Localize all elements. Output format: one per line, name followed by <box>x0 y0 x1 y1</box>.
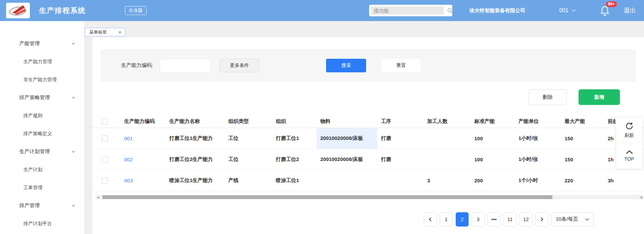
logout-button[interactable]: 退出 <box>624 6 636 15</box>
cell-process <box>377 170 423 191</box>
page-ellipsis-button[interactable]: ••• <box>488 212 500 227</box>
page-size-select[interactable]: 10条/每页 <box>551 212 594 227</box>
capacity-code-link[interactable]: 001 <box>124 136 133 141</box>
chevron-down-icon <box>72 42 75 45</box>
search-icon[interactable] <box>447 8 453 14</box>
sidebar-group-label: 产能管理 <box>19 40 40 47</box>
function-search-box[interactable] <box>369 5 452 16</box>
scrollbar-thumb[interactable] <box>102 195 552 199</box>
row-checkbox[interactable] <box>102 178 108 184</box>
table-header-row: 生产能力编码 生产能力名称 组织类型 组织 物料 工序 加工人数 标准产能 产能… <box>92 115 644 128</box>
cell-max-capacity: 220 <box>561 170 604 191</box>
content-card: 生产能力编码: 更多条件 搜索 重置 删除 新增 <box>92 37 644 234</box>
cell-capacity-name: 打磨工位2生产能力 <box>166 149 225 170</box>
scroll-left-icon[interactable]: ◂ <box>96 195 100 199</box>
chevron-right-icon <box>540 217 544 222</box>
logo-wing-icon <box>7 4 29 17</box>
reset-button[interactable]: 重置 <box>382 59 420 72</box>
next-page-button[interactable] <box>535 212 548 227</box>
sidebar-group-scheduling[interactable]: 排产管理 <box>0 197 84 215</box>
horizontal-scrollbar[interactable]: ◂ ▸ <box>96 195 644 199</box>
table-row: 001 打磨工位1生产能力 工位 打磨工位1 20010020008/床板 打磨… <box>92 128 644 149</box>
cell-process: 打磨 <box>377 128 423 149</box>
tab-bar: 菜单标签 × <box>84 21 644 37</box>
sidebar-group-production-plan[interactable]: 生产计划管理 <box>0 143 84 161</box>
chevron-left-icon <box>428 217 432 222</box>
sidebar-item-nonproduction-capacity[interactable]: 非生产能力管理 <box>0 71 84 89</box>
sidebar-item-production-plan[interactable]: 生产计划 <box>0 161 84 179</box>
tab-menu-label[interactable]: 菜单标签 × <box>85 28 125 36</box>
delete-button[interactable]: 删除 <box>529 89 567 105</box>
cell-capacity-unit: 1小时/张 <box>515 149 561 170</box>
sidebar-item-production-capacity[interactable]: 生产能力管理 <box>0 53 84 71</box>
col-capacity-unit: 产能单位 <box>515 115 561 128</box>
col-org: 组织 <box>272 115 317 128</box>
cell-org: 打磨工位2 <box>272 149 317 170</box>
sidebar-item-label: 排产计划平台 <box>23 221 52 227</box>
page-title: 生产排程系统 <box>39 6 86 15</box>
notification-count-badge: 99+ <box>606 1 617 7</box>
cell-max-capacity: 150 <box>561 128 604 149</box>
tab-label: 菜单标签 <box>89 29 107 35</box>
sidebar-item-scheduling-platform[interactable]: 排产计划平台 <box>0 215 84 233</box>
refresh-icon <box>625 122 634 130</box>
search-button[interactable]: 搜索 <box>326 59 366 72</box>
capacity-code-link[interactable]: 002 <box>124 157 133 162</box>
page-button-2-active[interactable]: 2 <box>456 212 469 227</box>
capacity-code-label: 生产能力编码: <box>121 62 153 69</box>
cell-capacity-name: 打磨工位1生产能力 <box>166 128 225 149</box>
col-capacity-code: 生产能力编码 <box>120 115 166 128</box>
col-material: 物料 <box>317 115 377 128</box>
back-to-top-button[interactable]: TOP <box>616 143 642 168</box>
notification-bell[interactable]: 99+ <box>600 5 609 16</box>
top-header: 生产排程系统 企业版 埃夫特智能装备有限公司 001 <box>0 0 644 21</box>
cell-org-type: 工位 <box>225 128 272 149</box>
cell-org: 喷涂工位1 <box>272 170 317 191</box>
cell-workers <box>423 128 471 149</box>
sidebar-item-work-order[interactable]: 工单管理 <box>0 179 84 197</box>
cell-max-capacity: 150 <box>561 149 604 170</box>
row-checkbox[interactable] <box>102 136 108 142</box>
sidebar-item-label: 排产策略定义 <box>23 131 52 137</box>
more-conditions-button[interactable]: 更多条件 <box>220 59 259 72</box>
close-icon[interactable]: × <box>118 30 121 35</box>
top-label: TOP <box>624 156 634 162</box>
scroll-right-icon[interactable]: ▸ <box>639 195 644 199</box>
company-name: 埃夫特智能装备有限公司 <box>469 7 525 14</box>
chevron-up-icon <box>625 150 633 154</box>
org-switcher[interactable]: 001 <box>559 7 576 14</box>
chevron-down-icon <box>72 150 75 153</box>
filter-panel: 生产能力编码: 更多条件 搜索 重置 <box>100 49 636 82</box>
col-org-type: 组织类型 <box>225 115 272 128</box>
page-button-11[interactable]: 11 <box>504 212 516 227</box>
capacity-code-input[interactable] <box>160 59 211 72</box>
sidebar-group-strategy[interactable]: 排产策略管理 <box>0 89 84 107</box>
page-button-12[interactable]: 12 <box>519 212 532 227</box>
sidebar-group-capacity[interactable]: 产能管理 <box>0 35 84 53</box>
function-search-input[interactable] <box>371 6 444 15</box>
capacity-code-link[interactable]: 003 <box>124 178 133 183</box>
col-process: 工序 <box>377 115 423 128</box>
company-logo <box>6 3 30 18</box>
cell-workers: 3 <box>423 170 471 191</box>
sidebar-item-scheduling-rules[interactable]: 排产规则 <box>0 107 84 125</box>
cell-org: 打磨工位1 <box>272 128 317 149</box>
page-size-value: 10条/每页 <box>556 216 578 222</box>
page-button-3[interactable]: 3 <box>472 212 485 227</box>
sidebar-item-strategy-definition[interactable]: 排产策略定义 <box>0 125 84 143</box>
table-actions: 删除 新增 <box>92 89 644 105</box>
col-standard-capacity: 标准产能 <box>471 115 515 128</box>
chevron-down-icon <box>72 96 75 99</box>
select-all-checkbox[interactable] <box>102 119 108 125</box>
prev-page-button[interactable] <box>424 212 437 227</box>
refresh-button[interactable]: 刷新 <box>616 118 642 143</box>
row-checkbox[interactable] <box>102 157 108 163</box>
chevron-down-icon <box>585 218 589 221</box>
sidebar-group-label: 排产策略管理 <box>19 94 50 101</box>
add-button[interactable]: 新增 <box>579 89 620 105</box>
cell-standard-capacity: 100 <box>471 149 515 170</box>
chevron-down-icon <box>572 9 576 12</box>
main-area: 菜单标签 × 生产能力编码: 更多条件 搜索 重置 删除 新增 <box>84 21 644 234</box>
sidebar-item-label: 工单管理 <box>23 185 42 191</box>
page-button-1[interactable]: 1 <box>440 212 453 227</box>
